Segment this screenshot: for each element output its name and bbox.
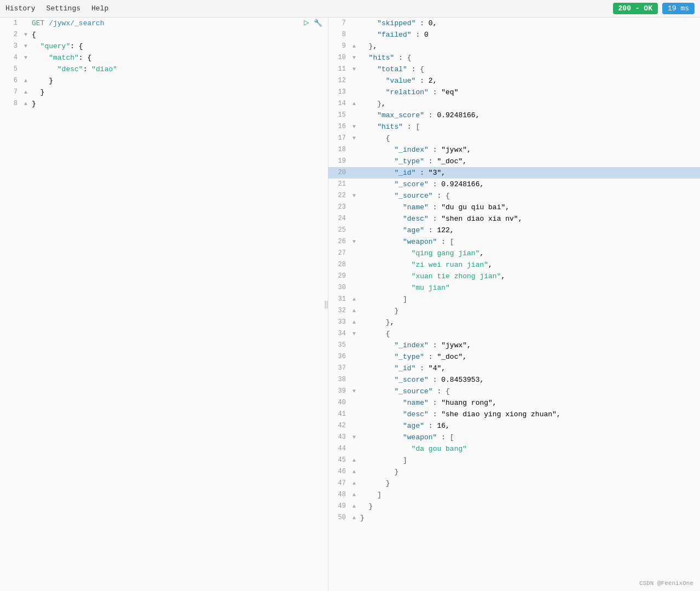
fold-indicator[interactable]: ▲ [350,294,358,305]
fold-indicator[interactable]: ▼ [350,236,358,248]
fold-indicator[interactable]: ▼ [350,133,358,144]
fold-indicator[interactable]: ▲ [350,489,358,501]
menu-items: History Settings Help [5,4,108,13]
fold-indicator[interactable]: ▼ [22,29,30,41]
wrench-button[interactable]: 🔧 [314,18,322,29]
code-content: "desc": "diao" [30,64,328,75]
status-time-badge: 19 ms [662,3,695,14]
right-code-line: 43▼ "weapon" : [ [328,432,700,443]
line-number: 7 [328,18,350,29]
watermark: CSDN @FeenixOne [639,580,693,587]
fold-indicator[interactable]: ▲ [350,466,358,478]
right-code-line: 22▼ "_source" : { [328,190,700,202]
fold-indicator[interactable]: ▲ [350,455,358,466]
code-content: "da gou bang" [358,443,700,455]
right-code-line: 26▼ "weapon" : [ [328,236,700,248]
fold-indicator[interactable]: ▼ [350,121,358,133]
fold-indicator[interactable]: ▼ [350,190,358,202]
fold-indicator[interactable]: ▲ [22,98,30,110]
right-code-line: 7 "skipped" : 0, [328,18,700,29]
fold-indicator[interactable]: ▲ [22,87,30,98]
fold-indicator[interactable]: ▼ [350,432,358,443]
right-code-line: 16▼ "hits" : [ [328,121,700,133]
code-content: "total" : { [358,64,700,75]
right-code-line: 17▼ { [328,133,700,144]
right-code-line: 24 "desc" : "shen diao xia nv", [328,213,700,225]
fold-indicator[interactable]: ▼ [350,386,358,397]
right-code-line: 30 "mu jian" [328,282,700,294]
right-code-line: 15 "max_score" : 0.9248166, [328,110,700,121]
code-content: "hits" : [ [358,121,700,133]
right-code-line: 9▲ }, [328,41,700,52]
line-number: 9 [328,41,350,52]
line-number: 47 [328,478,350,489]
code-content: } [30,75,328,87]
fold-indicator[interactable]: ▲ [350,317,358,328]
left-code-area[interactable]: 1GET /jywx/_search▷🔧2▼{3▼ "query": {4▼ "… [0,18,328,591]
line-number: 6 [0,75,22,87]
right-code-line: 18 "_index" : "jywx", [328,144,700,156]
code-content: "xuan tie zhong jian", [358,271,700,282]
code-content: "zi wei ruan jian", [358,259,700,271]
code-content: "name" : "huang rong", [358,397,700,409]
line-number: 10 [328,52,350,64]
code-content: "name" : "du gu qiu bai", [358,202,700,213]
fold-indicator[interactable]: ▼ [22,41,30,52]
panel-divider[interactable]: ‖ [325,18,328,591]
right-code-line: 38 "_score" : 0.8453953, [328,374,700,386]
line-number: 2 [0,29,22,41]
fold-indicator[interactable]: ▲ [350,98,358,110]
fold-indicator[interactable]: ▼ [350,328,358,340]
right-code-line: 25 "age" : 122, [328,225,700,236]
line-number: 16 [328,121,350,133]
left-code-line: 5 "desc": "diao" [0,64,328,75]
code-content: } [358,305,700,317]
code-content: "_score" : 0.8453953, [358,374,700,386]
menu-settings[interactable]: Settings [47,4,80,13]
right-code-area[interactable]: 7 "skipped" : 0,8 "failed" : 09▲ },10▼ "… [328,18,700,591]
code-content: } [30,98,328,110]
code-content: "desc" : "she diao ying xiong zhuan", [358,409,700,420]
left-panel: 1GET /jywx/_search▷🔧2▼{3▼ "query": {4▼ "… [0,18,328,591]
code-content: "_index" : "jywx", [358,340,700,351]
fold-indicator[interactable]: ▲ [22,75,30,87]
line-number: 45 [328,455,350,466]
code-content: ] [358,294,700,305]
fold-indicator[interactable]: ▲ [350,501,358,512]
menu-help[interactable]: Help [91,4,108,13]
line-number: 35 [328,340,350,351]
right-code-line: 46▲ } [328,466,700,478]
right-code-line: 35 "_index" : "jywx", [328,340,700,351]
fold-indicator[interactable]: ▼ [350,64,358,75]
code-content: } [358,478,700,489]
line-number: 31 [328,294,350,305]
fold-indicator[interactable]: ▼ [350,52,358,64]
code-content: "hits" : { [358,52,700,64]
play-button[interactable]: ▷ [304,18,309,29]
left-code-line: 1GET /jywx/_search▷🔧 [0,18,328,29]
code-content: "age" : 122, [358,225,700,236]
line-number: 44 [328,443,350,455]
menu-history[interactable]: History [5,4,36,13]
right-code-line: 29 "xuan tie zhong jian", [328,271,700,282]
left-code-line: 3▼ "query": { [0,41,328,52]
fold-indicator[interactable]: ▼ [22,52,30,64]
fold-indicator[interactable]: ▲ [350,478,358,489]
code-content: "weapon" : [ [358,432,700,443]
line-number: 41 [328,409,350,420]
line-number: 25 [328,225,350,236]
code-content: { [358,133,700,144]
right-code-line: 40 "name" : "huang rong", [328,397,700,409]
left-code-line: 2▼{ [0,29,328,41]
line-number: 20 [328,167,350,179]
right-code-line: 45▲ ] [328,455,700,466]
code-content: "value" : 2, [358,75,700,87]
right-code-line: 39▼ "_source" : { [328,386,700,397]
code-content: { [30,29,328,41]
fold-indicator[interactable]: ▲ [350,305,358,317]
line-number: 40 [328,397,350,409]
fold-indicator[interactable]: ▲ [350,41,358,52]
code-content: "skipped" : 0, [358,18,700,29]
right-code-line: 33▲ }, [328,317,700,328]
fold-indicator[interactable]: ▲ [350,512,358,524]
